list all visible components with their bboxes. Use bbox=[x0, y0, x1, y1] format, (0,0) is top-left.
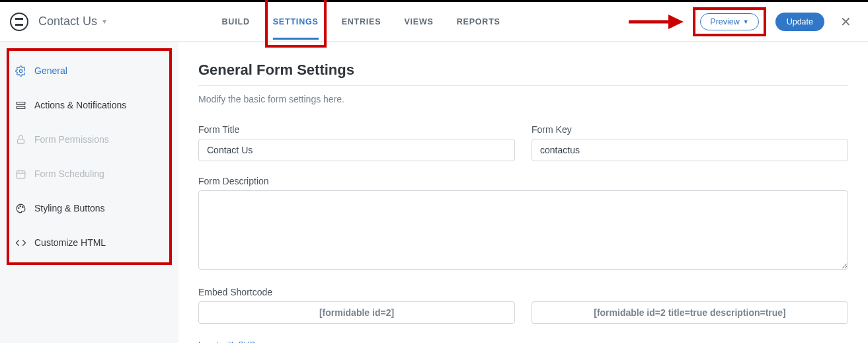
tab-build[interactable]: BUILD bbox=[222, 4, 250, 40]
close-button[interactable]: ✕ bbox=[834, 11, 858, 33]
svg-point-11 bbox=[20, 206, 20, 206]
settings-sidebar: General Actions & Notifications Form Per… bbox=[0, 42, 178, 343]
sidebar-item-styling[interactable]: Styling & Buttons bbox=[9, 191, 169, 225]
tab-reports[interactable]: REPORTS bbox=[457, 4, 500, 40]
update-button[interactable]: Update bbox=[775, 13, 824, 31]
form-name-label: Contact Us bbox=[38, 15, 97, 28]
svg-point-10 bbox=[18, 208, 19, 208]
page-description: Modify the basic form settings here. bbox=[198, 94, 848, 104]
sidebar-item-label: Actions & Notifications bbox=[34, 100, 126, 110]
preview-button[interactable]: Preview ▼ bbox=[700, 13, 758, 30]
sidebar-item-customize-html[interactable]: Customize HTML bbox=[9, 225, 169, 260]
page-title: General Form Settings bbox=[198, 61, 848, 86]
sidebar-item-label: Customize HTML bbox=[34, 237, 106, 248]
svg-rect-3 bbox=[17, 102, 25, 104]
close-icon: ✕ bbox=[840, 15, 851, 29]
caret-down-icon: ▼ bbox=[743, 19, 749, 25]
sidebar-item-actions[interactable]: Actions & Notifications bbox=[9, 88, 169, 122]
svg-rect-5 bbox=[17, 139, 24, 143]
lock-icon bbox=[15, 133, 26, 145]
logo bbox=[10, 13, 28, 31]
palette-icon bbox=[15, 202, 26, 214]
sidebar-item-label: Styling & Buttons bbox=[34, 203, 105, 213]
form-description-label: Form Description bbox=[198, 176, 848, 186]
sidebar-item-general[interactable]: General bbox=[9, 54, 169, 88]
svg-point-2 bbox=[19, 69, 22, 72]
svg-point-12 bbox=[22, 206, 22, 207]
nav-tabs: BUILD SETTINGS ENTRIES VIEWS REPORTS bbox=[108, 4, 614, 40]
shortcode-basic[interactable] bbox=[198, 301, 515, 324]
code-icon bbox=[15, 237, 26, 248]
form-title-input[interactable] bbox=[198, 139, 515, 161]
form-key-input[interactable] bbox=[532, 139, 848, 161]
form-name-selector[interactable]: Contact Us ▼ bbox=[38, 15, 108, 28]
form-title-label: Form Title bbox=[198, 124, 515, 135]
sidebar-item-scheduling[interactable]: Form Scheduling bbox=[9, 157, 169, 191]
insert-php-link[interactable]: Insert with PHP bbox=[198, 340, 255, 343]
shortcode-full[interactable] bbox=[532, 301, 848, 324]
embed-shortcode-label: Embed Shortcode bbox=[198, 287, 848, 297]
sidebar-item-label: Form Scheduling bbox=[34, 169, 104, 179]
caret-down-icon: ▼ bbox=[101, 18, 108, 25]
sidebar-item-label: Form Permissions bbox=[34, 134, 109, 145]
tab-views[interactable]: VIEWS bbox=[404, 4, 433, 40]
main-content: General Form Settings Modify the basic f… bbox=[178, 42, 868, 343]
sidebar-item-label: General bbox=[34, 65, 67, 76]
form-description-input[interactable] bbox=[198, 190, 848, 270]
preview-label: Preview bbox=[710, 17, 739, 26]
gear-icon bbox=[15, 65, 26, 77]
calendar-icon bbox=[15, 168, 26, 180]
tab-settings[interactable]: SETTINGS bbox=[273, 4, 319, 40]
svg-marker-1 bbox=[668, 15, 684, 29]
sidebar-item-permissions[interactable]: Form Permissions bbox=[9, 122, 169, 157]
annotation-arrow bbox=[627, 13, 684, 31]
svg-rect-6 bbox=[17, 171, 25, 178]
tab-entries[interactable]: ENTRIES bbox=[342, 4, 381, 40]
form-key-label: Form Key bbox=[532, 124, 848, 135]
layers-icon bbox=[15, 99, 26, 111]
svg-rect-4 bbox=[17, 106, 25, 108]
